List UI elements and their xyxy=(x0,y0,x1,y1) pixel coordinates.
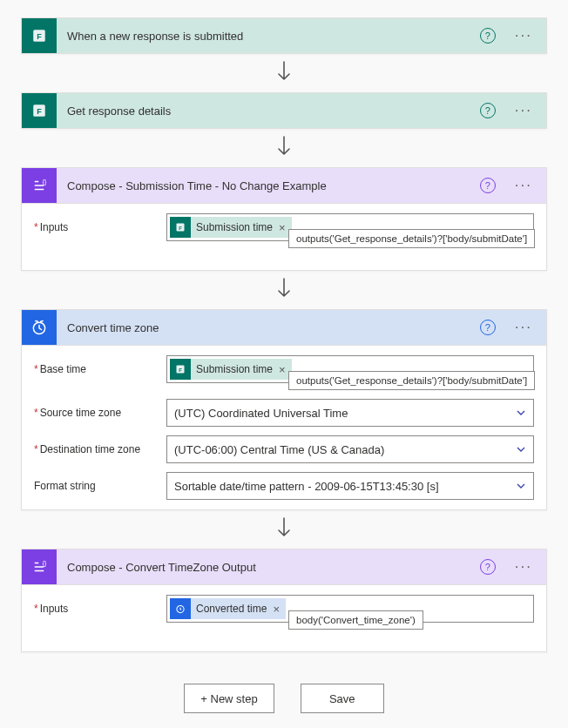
help-icon[interactable]: ? xyxy=(480,320,496,335)
card-title: Compose - Convert TimeZone Output xyxy=(67,561,470,574)
inputs-label: *Inputs xyxy=(34,221,158,233)
chevron-down-icon xyxy=(516,481,526,491)
forms-icon: F xyxy=(170,359,191,380)
source-tz-label: *Source time zone xyxy=(34,407,158,419)
svg-text:{}: {} xyxy=(43,179,47,185)
chevron-down-icon xyxy=(516,408,526,418)
source-tz-select[interactable]: (UTC) Coordinated Universal Time xyxy=(166,399,534,427)
footer: + New step Save xyxy=(21,684,547,713)
token-remove-icon[interactable]: × xyxy=(267,603,286,616)
clock-icon xyxy=(22,310,57,345)
svg-text:F: F xyxy=(37,107,42,116)
more-icon[interactable]: ··· xyxy=(506,177,538,194)
help-icon[interactable]: ? xyxy=(480,559,496,575)
card-title: Get response details xyxy=(67,104,470,118)
token-converted-time[interactable]: Converted time × xyxy=(170,598,286,619)
card-title: Convert time zone xyxy=(67,321,470,334)
expression-tooltip: body('Convert_time_zone') xyxy=(288,610,423,630)
card-title: When a new response is submitted xyxy=(67,30,470,43)
more-icon[interactable]: ··· xyxy=(506,27,538,44)
card-body: *Inputs F Submission time × outputs('Get… xyxy=(22,203,546,270)
trigger-card[interactable]: F When a new response is submitted ? ··· xyxy=(21,17,547,54)
card-header[interactable]: {} Compose - Convert TimeZone Output ? ·… xyxy=(22,549,546,584)
forms-icon: F xyxy=(22,18,57,53)
card-header[interactable]: F When a new response is submitted ? ··· xyxy=(22,18,546,53)
card-title: Compose - Submission Time - No Change Ex… xyxy=(67,179,470,192)
flow-arrow xyxy=(21,54,547,92)
inputs-label: *Inputs xyxy=(34,603,158,615)
format-label: Format string xyxy=(34,480,158,492)
forms-icon: F xyxy=(22,93,57,128)
expression-tooltip: outputs('Get_response_details')?['body/s… xyxy=(288,229,535,248)
compose-nochange-card[interactable]: {} Compose - Submission Time - No Change… xyxy=(21,167,547,271)
svg-text:F: F xyxy=(37,32,42,41)
svg-text:F: F xyxy=(179,226,182,231)
token-submission-time[interactable]: F Submission time × xyxy=(170,359,292,380)
dest-tz-label: *Destination time zone xyxy=(34,443,158,455)
more-icon[interactable]: ··· xyxy=(506,319,538,336)
expression-tooltip: outputs('Get_response_details')?['body/s… xyxy=(288,371,535,390)
save-button[interactable]: Save xyxy=(301,684,384,713)
dest-tz-select[interactable]: (UTC-06:00) Central Time (US & Canada) xyxy=(166,435,534,463)
chevron-down-icon xyxy=(516,444,526,455)
help-icon[interactable]: ? xyxy=(480,103,496,118)
compose-icon: {} xyxy=(22,168,57,203)
svg-text:{}: {} xyxy=(43,560,47,567)
new-step-button[interactable]: + New step xyxy=(184,684,274,713)
clock-icon xyxy=(170,598,191,619)
convert-timezone-card[interactable]: Convert time zone ? ··· *Base time F Sub… xyxy=(21,309,547,510)
card-body: *Base time F Submission time × outputs('… xyxy=(22,345,546,509)
card-body: *Inputs Converted time × body('Convert_t… xyxy=(22,584,546,651)
compose-output-card[interactable]: {} Compose - Convert TimeZone Output ? ·… xyxy=(21,549,547,652)
flow-arrow xyxy=(21,510,547,549)
flow-arrow xyxy=(21,129,547,167)
card-header[interactable]: {} Compose - Submission Time - No Change… xyxy=(22,168,546,203)
compose-icon: {} xyxy=(22,549,57,584)
base-time-label: *Base time xyxy=(34,363,158,375)
card-header[interactable]: F Get response details ? ··· xyxy=(22,93,546,128)
help-icon[interactable]: ? xyxy=(480,178,496,193)
more-icon[interactable]: ··· xyxy=(506,102,538,119)
card-header[interactable]: Convert time zone ? ··· xyxy=(22,310,546,345)
more-icon[interactable]: ··· xyxy=(506,558,538,576)
flow-arrow xyxy=(21,271,547,309)
format-select[interactable]: Sortable date/time pattern - 2009-06-15T… xyxy=(166,472,534,500)
svg-text:F: F xyxy=(179,367,182,373)
forms-icon: F xyxy=(170,217,191,238)
token-submission-time[interactable]: F Submission time × xyxy=(170,217,292,238)
help-icon[interactable]: ? xyxy=(480,28,496,44)
get-details-card[interactable]: F Get response details ? ··· xyxy=(21,92,547,129)
